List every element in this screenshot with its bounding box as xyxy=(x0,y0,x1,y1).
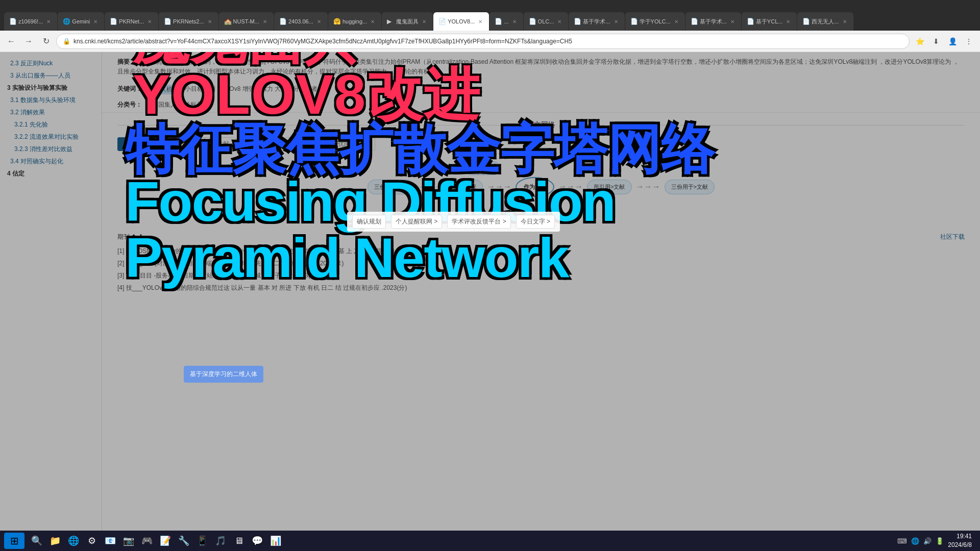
tab-close[interactable]: ✕ xyxy=(315,18,323,25)
tab-close[interactable]: ✕ xyxy=(785,18,792,25)
sidebar-item[interactable]: 3 实验设计与验算实验 xyxy=(4,82,97,94)
tab-favicon: 📄 xyxy=(438,18,446,25)
tab-favicon: 📄 xyxy=(529,18,536,25)
tab-label: Gemini xyxy=(72,18,90,24)
tab-favicon: 🏫 xyxy=(224,18,231,25)
tab-t9[interactable]: 📄 YOLOV8... ✕ xyxy=(433,12,489,31)
citation-title: 引文网络 xyxy=(117,120,965,130)
bottom-flow-node: 完成 文献库 xyxy=(490,206,533,220)
tab-label: OLC... xyxy=(538,18,554,24)
tab-close[interactable]: ✕ xyxy=(146,18,153,25)
sidebar-item[interactable]: 4 估定 xyxy=(4,167,97,180)
tab-t14[interactable]: 📄 基于学术... ✕ xyxy=(685,12,741,31)
sidebar-item[interactable]: 3.1 数据集与头头验环境 xyxy=(4,94,97,106)
tab-favicon: ▶ xyxy=(387,18,394,25)
tab-close[interactable]: ✕ xyxy=(477,18,484,25)
tab-t10[interactable]: 📄 ... ✕ xyxy=(489,12,523,31)
tab-label: 魔鬼面具 xyxy=(396,18,419,26)
article-meta-classification: 分类号： 中国集入 互法标号 xyxy=(102,97,980,112)
tab-t1[interactable]: 📄 z10696!... ✕ xyxy=(4,12,57,31)
tab-close[interactable]: ✕ xyxy=(511,18,518,25)
tab-close[interactable]: ✕ xyxy=(206,18,213,25)
taskbar-settings[interactable]: ⚙ xyxy=(84,533,100,549)
browser-chrome: 📄 z10696!... ✕ 🌐 Gemini ✕ 📄 PKRNet... ✕ … xyxy=(0,0,980,31)
top-flow-node: 所以文献 xyxy=(464,161,500,175)
star-button[interactable]: ⭐ xyxy=(913,34,927,48)
taskbar-search[interactable]: 🔍 xyxy=(29,533,45,549)
ref-item-2: [2] 包___YOL(对应无人到目际金端节____) 防排 前先大下二档二结 … xyxy=(117,259,965,268)
tab-close[interactable]: ✕ xyxy=(673,18,680,25)
taskbar-mail[interactable]: 📧 xyxy=(102,533,118,549)
citation-tab-5[interactable]: 优阅引文献 xyxy=(331,137,375,151)
citation-tab-4[interactable]: 指合引文献 xyxy=(285,137,329,151)
tray-keyboard[interactable]: ⌨ xyxy=(897,537,907,545)
tab-label: 学于YOLC... xyxy=(640,18,671,26)
start-button[interactable]: ⊞ xyxy=(4,533,24,549)
taskbar-music[interactable]: 🎵 xyxy=(212,533,229,549)
tab-close[interactable]: ✕ xyxy=(369,18,376,25)
date-display: 2024/6/8 xyxy=(948,541,972,549)
profile-button[interactable]: 👤 xyxy=(945,34,960,48)
tab-close[interactable]: ✕ xyxy=(261,18,268,25)
tray-battery[interactable]: 🔋 xyxy=(936,537,944,545)
tray-volume[interactable]: 🔊 xyxy=(923,537,932,545)
tab-label: 2403.06... xyxy=(288,18,313,24)
taskbar-game[interactable]: 🎮 xyxy=(139,533,155,549)
tab-close[interactable]: ✕ xyxy=(729,18,736,25)
tab-close[interactable]: ✕ xyxy=(612,18,620,25)
sidebar-item[interactable]: 3.2.1 先化验 xyxy=(4,118,97,131)
taskbar-file-explorer[interactable]: 📁 xyxy=(47,533,63,549)
sidebar: 2.3 反正则Nuck3 从出口服务——人员3 实验设计与验算实验3.1 数据集… xyxy=(0,52,102,551)
clock: 19:41 2024/6/8 xyxy=(948,532,972,549)
tab-close[interactable]: ✕ xyxy=(556,18,563,25)
sidebar-item[interactable]: 3.2.2 流道效果对比实验 xyxy=(4,131,97,143)
tray-network[interactable]: 🌐 xyxy=(911,537,919,545)
tab-close[interactable]: ✕ xyxy=(421,18,428,25)
time-display: 19:41 xyxy=(948,532,972,541)
tab-t11[interactable]: 📄 OLC... ✕ xyxy=(524,12,569,31)
sidebar-item[interactable]: 2.3 反正则Nuck xyxy=(4,57,97,69)
back-button[interactable]: ← xyxy=(4,34,18,48)
tab-t6[interactable]: 📄 2403.06... ✕ xyxy=(274,12,328,31)
tab-label: ... xyxy=(504,18,508,24)
tab-t12[interactable]: 📄 基于学术... ✕ xyxy=(569,12,624,31)
tab-t3[interactable]: 📄 PKRNet... ✕ xyxy=(105,12,158,31)
sidebar-item[interactable]: 3.4 对照确实与起化 xyxy=(4,155,97,167)
taskbar: ⊞ 🔍 📁 🌐 ⚙ 📧 📷 🎮 📝 🔧 📱 🎵 🖥 💬 📊 ⌨ 🌐 🔊 🔋 19… xyxy=(0,531,980,551)
taskbar-tools[interactable]: 🔧 xyxy=(176,533,192,549)
address-bar[interactable]: 🔒 kns.cnki.net/kcms2/article/abstract?v=… xyxy=(56,34,910,49)
tab-t8[interactable]: ▶ 魔鬼面具 ✕ xyxy=(382,12,433,31)
taskbar-chat[interactable]: 💬 xyxy=(249,533,265,549)
tab-t13[interactable]: 📄 学于YOLC... ✕ xyxy=(625,12,685,31)
forward-button[interactable]: → xyxy=(21,34,36,48)
sidebar-item[interactable]: 3.2 消解效果 xyxy=(4,106,97,118)
tab-t15[interactable]: 📄 基于YCL... ✕ xyxy=(742,12,797,31)
taskbar-browser[interactable]: 🌐 xyxy=(65,533,82,549)
tab-close[interactable]: ✕ xyxy=(92,18,99,25)
download-button[interactable]: ⬇ xyxy=(929,34,943,48)
refresh-button[interactable]: ↻ xyxy=(39,34,53,48)
tab-label: 基于学术... xyxy=(583,18,610,26)
tab-t16[interactable]: 📄 西无无人... ✕ xyxy=(797,12,853,31)
taskbar-notepad[interactable]: 📝 xyxy=(157,533,174,549)
tab-close[interactable]: ✕ xyxy=(841,18,848,25)
tab-close[interactable]: ✕ xyxy=(45,18,52,25)
taskbar-photos[interactable]: 📷 xyxy=(120,533,137,549)
ref-download[interactable]: 社区下载 xyxy=(940,233,965,241)
citation-tab-1[interactable]: 引证文献 xyxy=(158,137,195,151)
tab-label: 基于YCL... xyxy=(756,18,783,26)
citation-tab-3[interactable]: 同领引文献 xyxy=(238,137,282,151)
tab-t4[interactable]: 📄 PKRNets2... ✕ xyxy=(159,12,218,31)
tab-t2[interactable]: 🌐 Gemini ✕ xyxy=(58,12,104,31)
tab-t5[interactable]: 🏫 NUST-M... ✕ xyxy=(219,12,274,31)
sidebar-item[interactable]: 3 从出口服务——人员 xyxy=(4,69,97,82)
taskbar-excel[interactable]: 📊 xyxy=(267,533,284,549)
settings-button[interactable]: ⋮ xyxy=(962,34,976,48)
tab-t7[interactable]: 🤗 hugging... ✕ xyxy=(328,12,381,31)
citation-tab-2[interactable]: 共引文献 xyxy=(198,137,236,151)
sidebar-item[interactable]: 3.2.3 消性差对比效益 xyxy=(4,143,97,155)
citation-tab-0[interactable]: 参考文献 xyxy=(117,137,155,151)
flow-node-1: 三份参考文献 xyxy=(368,180,414,194)
taskbar-monitor[interactable]: 🖥 xyxy=(231,533,247,549)
taskbar-phone[interactable]: 📱 xyxy=(194,533,210,549)
